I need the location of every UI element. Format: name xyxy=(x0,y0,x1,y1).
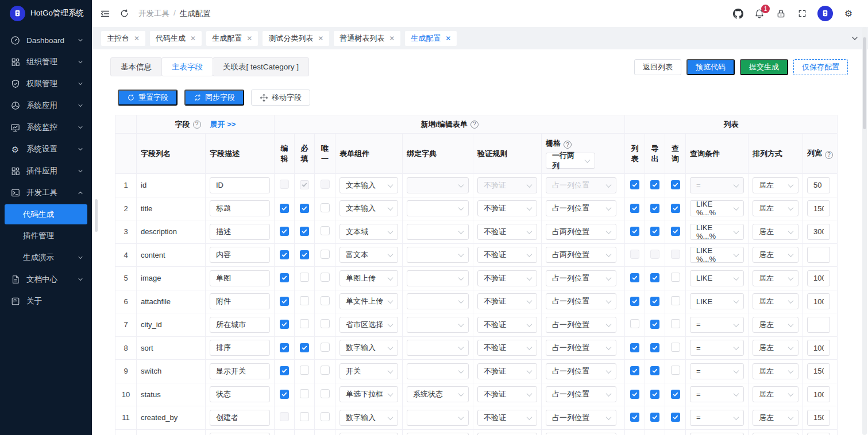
query-checkbox[interactable] xyxy=(671,319,680,328)
validate-rule-select[interactable]: 不验证 xyxy=(477,224,537,240)
query-cond-select[interactable]: = xyxy=(690,317,744,333)
list-checkbox[interactable] xyxy=(630,180,639,189)
unique-checkbox[interactable] xyxy=(321,412,330,421)
validate-rule-select[interactable]: 不验证 xyxy=(477,410,537,426)
required-checkbox[interactable] xyxy=(300,366,309,375)
grid-select[interactable]: 占一列位置 xyxy=(546,270,616,286)
form-component-select[interactable]: 文本输入 xyxy=(340,177,398,193)
page-tab-生成配置[interactable]: 生成配置✕ xyxy=(405,31,457,46)
query-checkbox[interactable] xyxy=(671,296,680,305)
grid-select[interactable]: 占一列位置 xyxy=(546,293,616,309)
width-input[interactable] xyxy=(807,247,830,263)
dict-bind-select[interactable] xyxy=(407,247,469,263)
width-input[interactable] xyxy=(807,386,830,402)
align-select[interactable]: 居左 xyxy=(753,317,798,333)
sidebar-item-Dashboard[interactable]: Dashboard xyxy=(0,29,92,51)
move-fields-button[interactable]: 移动字段 xyxy=(251,90,310,106)
align-select[interactable] xyxy=(753,433,798,435)
form-component-select[interactable]: 文本域 xyxy=(340,224,398,240)
submit-generate-button[interactable]: 提交生成 xyxy=(740,59,788,75)
width-input[interactable] xyxy=(807,224,830,240)
query-checkbox[interactable] xyxy=(671,343,680,352)
back-to-list-button[interactable]: 返回列表 xyxy=(634,59,681,75)
sidebar-item-生成演示[interactable]: 生成演示 xyxy=(0,247,92,269)
edit-checkbox[interactable] xyxy=(280,297,289,306)
user-avatar[interactable] xyxy=(817,6,833,21)
export-checkbox[interactable] xyxy=(650,390,659,399)
query-cond-select[interactable]: = xyxy=(690,177,744,193)
required-checkbox[interactable] xyxy=(300,412,309,421)
tabs-dropdown-icon[interactable] xyxy=(851,34,859,42)
export-checkbox[interactable] xyxy=(650,250,659,259)
sidebar-item-组织管理[interactable]: 组织管理 xyxy=(0,51,92,73)
align-select[interactable]: 居左 xyxy=(753,293,798,309)
form-component-select[interactable]: 单选下拉框 xyxy=(340,386,398,402)
query-cond-select[interactable]: = xyxy=(690,340,744,356)
width-input[interactable] xyxy=(807,200,830,216)
validate-rule-select[interactable]: 不验证 xyxy=(477,340,537,356)
align-select[interactable]: 居左 xyxy=(753,247,798,263)
refresh-icon[interactable] xyxy=(118,8,130,20)
close-tab-icon[interactable]: ✕ xyxy=(134,34,140,42)
export-checkbox[interactable] xyxy=(650,273,659,282)
form-component-select[interactable]: 文本输入 xyxy=(340,200,398,216)
grid-select[interactable]: 占一列位置 xyxy=(546,177,616,193)
unique-checkbox[interactable] xyxy=(321,319,330,328)
validate-rule-select[interactable]: 不验证 xyxy=(477,317,537,333)
grid-select[interactable]: 占一列位置 xyxy=(546,363,616,379)
list-checkbox[interactable] xyxy=(630,366,639,375)
required-checkbox[interactable] xyxy=(300,250,309,259)
page-tab-生成配置[interactable]: 生成配置✕ xyxy=(206,31,258,46)
dict-bind-select[interactable] xyxy=(407,200,469,216)
export-checkbox[interactable] xyxy=(650,366,659,375)
unique-checkbox[interactable] xyxy=(321,180,330,189)
form-component-select[interactable]: 数字输入 xyxy=(340,340,398,356)
fullscreen-icon[interactable] xyxy=(796,8,808,20)
form-component-select[interactable]: 数字输入 xyxy=(340,410,398,426)
field-desc-input[interactable] xyxy=(210,224,270,240)
query-cond-select[interactable]: = xyxy=(690,363,744,379)
field-desc-input[interactable] xyxy=(210,270,270,286)
page-tab-普通树表列表[interactable]: 普通树表列表✕ xyxy=(334,31,400,46)
dict-bind-select[interactable] xyxy=(407,293,469,309)
unique-checkbox[interactable] xyxy=(321,250,330,259)
export-checkbox[interactable] xyxy=(650,297,659,306)
config-tab-基本信息[interactable]: 基本信息 xyxy=(110,57,162,76)
lock-screen-icon[interactable] xyxy=(775,8,786,20)
help-icon[interactable]: ? xyxy=(470,121,479,129)
unique-checkbox[interactable] xyxy=(321,203,330,212)
collapse-sidebar-icon[interactable] xyxy=(99,8,111,20)
form-component-select[interactable] xyxy=(340,433,398,435)
align-select[interactable]: 居左 xyxy=(753,270,798,286)
close-tab-icon[interactable]: ✕ xyxy=(246,34,252,42)
query-checkbox[interactable] xyxy=(671,227,680,236)
query-cond-select[interactable] xyxy=(690,433,744,435)
validate-rule-select[interactable]: 不验证 xyxy=(477,293,537,309)
dict-bind-select[interactable]: 系统状态 xyxy=(407,386,469,402)
validate-rule-select[interactable]: 不验证 xyxy=(477,386,537,402)
edit-checkbox[interactable] xyxy=(280,390,289,399)
form-component-select[interactable]: 省市区选择 xyxy=(340,317,398,333)
query-checkbox[interactable] xyxy=(671,250,680,259)
page-tab-测试分类列表[interactable]: 测试分类列表✕ xyxy=(263,31,329,46)
edit-checkbox[interactable] xyxy=(280,227,289,236)
settings-gear-icon[interactable]: ⚙ xyxy=(843,8,854,20)
grid-layout-select[interactable]: 一行两列 xyxy=(546,153,595,169)
dict-bind-select[interactable] xyxy=(407,410,469,426)
github-icon[interactable] xyxy=(732,8,744,20)
sidebar-item-系统应用[interactable]: 系统应用 xyxy=(0,95,92,116)
reset-fields-button[interactable]: 重置字段 xyxy=(118,90,178,106)
sync-fields-button[interactable]: 同步字段 xyxy=(184,90,244,106)
page-tab-主控台[interactable]: 主控台✕ xyxy=(101,31,145,46)
field-desc-input[interactable] xyxy=(210,433,270,435)
grid-select[interactable]: 占一列位置 xyxy=(546,340,616,356)
field-desc-input[interactable] xyxy=(210,293,270,309)
validate-rule-select[interactable] xyxy=(477,433,537,435)
validate-rule-select[interactable]: 不验证 xyxy=(477,270,537,286)
export-checkbox[interactable] xyxy=(650,413,659,422)
sidebar-item-代码生成[interactable]: 代码生成 xyxy=(5,204,87,224)
notifications-bell-icon[interactable]: 1 xyxy=(754,8,765,20)
align-select[interactable]: 居左 xyxy=(753,200,798,216)
grid-select[interactable]: 占两列位置 xyxy=(546,247,616,263)
query-checkbox[interactable] xyxy=(671,273,680,282)
